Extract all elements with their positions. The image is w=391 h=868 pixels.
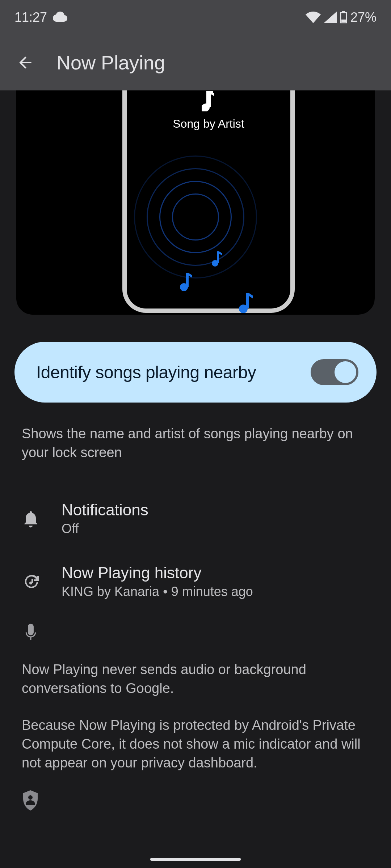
switch-thumb xyxy=(335,361,356,383)
back-button[interactable] xyxy=(14,52,36,73)
illustration-song-label: Song by Artist xyxy=(127,117,290,131)
page-title: Now Playing xyxy=(56,51,165,74)
illustration: Song by Artist xyxy=(16,90,375,315)
privacy-p1: Now Playing never sends audio or backgro… xyxy=(22,660,369,698)
shield-icon xyxy=(22,805,39,812)
navigation-bar[interactable] xyxy=(150,858,241,861)
history-subtitle: KING by Kanaria • 9 minutes ago xyxy=(62,584,253,599)
status-time: 11:27 xyxy=(14,10,47,25)
mic-indicator-row xyxy=(0,613,391,649)
status-left: 11:27 xyxy=(14,10,67,25)
identify-songs-label: Identify songs playing nearby xyxy=(36,362,300,382)
app-bar: Now Playing xyxy=(0,34,391,90)
notifications-item[interactable]: Notifications Off xyxy=(0,487,391,550)
cloud-icon xyxy=(53,10,67,25)
identify-songs-description: Shows the name and artist of songs playi… xyxy=(22,424,369,462)
identify-songs-switch[interactable] xyxy=(311,359,358,385)
bell-icon xyxy=(22,510,40,528)
identify-songs-toggle-row[interactable]: Identify songs playing nearby xyxy=(14,342,377,403)
music-note-icon xyxy=(202,91,215,113)
notifications-subtitle: Off xyxy=(62,521,148,536)
history-title: Now Playing history xyxy=(62,564,253,582)
privacy-text: Now Playing never sends audio or backgro… xyxy=(22,660,369,772)
settings-list: Notifications Off Now Playing history KI… xyxy=(0,487,391,649)
history-icon xyxy=(22,573,40,591)
svg-point-12 xyxy=(28,795,33,800)
phone-frame: Song by Artist xyxy=(122,90,295,313)
music-note-icon xyxy=(180,273,193,293)
mic-icon xyxy=(22,624,40,642)
wifi-icon xyxy=(306,12,321,23)
music-note-icon xyxy=(239,293,253,315)
signal-icon xyxy=(324,12,337,23)
status-right: 27% xyxy=(306,10,377,25)
history-item[interactable]: Now Playing history KING by Kanaria • 9 … xyxy=(0,550,391,613)
battery-percent: 27% xyxy=(350,10,377,25)
privacy-p2: Because Now Playing is protected by Andr… xyxy=(22,716,369,772)
battery-icon xyxy=(340,11,348,24)
privacy-shield-row[interactable] xyxy=(0,772,391,830)
notifications-title: Notifications xyxy=(62,501,148,519)
svg-rect-1 xyxy=(341,20,346,22)
status-bar: 11:27 27% xyxy=(0,0,391,34)
svg-rect-11 xyxy=(31,579,33,583)
svg-rect-0 xyxy=(342,11,345,13)
music-note-icon xyxy=(212,251,223,268)
